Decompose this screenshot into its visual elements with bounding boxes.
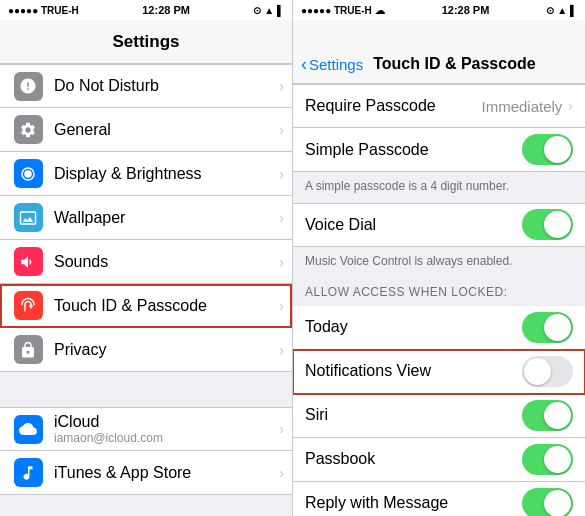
right-settings-list: Require Passcode Immediately › Simple Pa… xyxy=(293,84,585,516)
left-nav-bar: Settings xyxy=(0,20,292,64)
allow-access-label: ALLOW ACCESS WHEN LOCKED: xyxy=(293,278,585,306)
do-not-disturb-chevron: › xyxy=(279,78,284,94)
itunes-icon-box xyxy=(14,458,43,487)
general-label: General xyxy=(54,121,275,139)
left-panel: ●●●●● TRUE-H 12:28 PM ⊙ ▲ ▌ Settings Do … xyxy=(0,0,292,516)
voice-dial-label: Voice Dial xyxy=(305,216,522,234)
today-toggle[interactable] xyxy=(522,312,573,343)
back-button[interactable]: ‹ Settings xyxy=(301,55,363,73)
touch-id-label: Touch ID & Passcode xyxy=(54,297,275,315)
privacy-icon-wrap xyxy=(8,330,48,370)
touch-id-icon-wrap xyxy=(8,286,48,326)
left-time: 12:28 PM xyxy=(142,4,190,16)
row-notifications-view[interactable]: Notifications View xyxy=(293,350,585,394)
right-nav-bar: ‹ Settings Touch ID & Passcode xyxy=(293,20,585,84)
icloud-labels: iCloud iamaon@icloud.com xyxy=(54,413,275,445)
voice-dial-toggle-knob xyxy=(544,211,571,238)
gap-2 xyxy=(0,495,292,516)
icloud-icon-box xyxy=(14,415,43,444)
back-chevron-icon: ‹ xyxy=(301,55,307,73)
voice-dial-hint: Music Voice Control is always enabled. xyxy=(293,247,585,278)
itunes-label: iTunes & App Store xyxy=(54,464,275,482)
today-label: Today xyxy=(305,318,522,336)
passbook-label: Passbook xyxy=(305,450,522,468)
general-chevron: › xyxy=(279,122,284,138)
left-icons: ⊙ ▲ ▌ xyxy=(253,5,284,16)
row-simple-passcode[interactable]: Simple Passcode xyxy=(293,128,585,172)
notifications-view-toggle[interactable] xyxy=(522,356,573,387)
reply-with-message-label: Reply with Message xyxy=(305,494,522,512)
right-panel: ●●●●● TRUE-H ☁ 12:28 PM ⊙ ▲ ▌ ‹ Settings… xyxy=(292,0,585,516)
row-wallpaper[interactable]: Wallpaper › xyxy=(0,196,292,240)
icloud-icon-wrap xyxy=(8,409,48,449)
row-voice-dial[interactable]: Voice Dial xyxy=(293,203,585,247)
left-nav-title: Settings xyxy=(112,32,179,52)
voice-dial-toggle[interactable] xyxy=(522,209,573,240)
row-today[interactable]: Today xyxy=(293,306,585,350)
right-icons: ⊙ ▲ ▌ xyxy=(546,5,577,16)
itunes-chevron: › xyxy=(279,465,284,481)
row-sounds[interactable]: Sounds › xyxy=(0,240,292,284)
passbook-toggle-knob xyxy=(544,446,571,473)
row-touch-id[interactable]: Touch ID & Passcode › xyxy=(0,284,292,328)
group-accounts: iCloud iamaon@icloud.com › iTunes & App … xyxy=(0,407,292,495)
sounds-icon-wrap xyxy=(8,242,48,282)
wallpaper-icon-box xyxy=(14,203,43,232)
notifications-view-label: Notifications View xyxy=(305,362,522,380)
wallpaper-label: Wallpaper xyxy=(54,209,275,227)
gap-1 xyxy=(0,372,292,407)
privacy-icon-box xyxy=(14,335,43,364)
itunes-icon-wrap xyxy=(8,453,48,493)
row-siri[interactable]: Siri xyxy=(293,394,585,438)
row-icloud[interactable]: iCloud iamaon@icloud.com › xyxy=(0,407,292,451)
do-not-disturb-label: Do Not Disturb xyxy=(54,77,275,95)
sounds-icon-box xyxy=(14,247,43,276)
require-passcode-chevron: › xyxy=(568,98,573,114)
general-icon-box xyxy=(14,115,43,144)
row-general[interactable]: General › xyxy=(0,108,292,152)
row-privacy[interactable]: Privacy › xyxy=(0,328,292,372)
sounds-chevron: › xyxy=(279,254,284,270)
display-label: Display & Brightness xyxy=(54,165,275,183)
wallpaper-chevron: › xyxy=(279,210,284,226)
do-not-disturb-icon-box xyxy=(14,72,43,101)
display-chevron: › xyxy=(279,166,284,182)
right-time: 12:28 PM xyxy=(442,4,490,16)
left-status-bar: ●●●●● TRUE-H 12:28 PM ⊙ ▲ ▌ xyxy=(0,0,292,20)
row-do-not-disturb[interactable]: Do Not Disturb › xyxy=(0,64,292,108)
passbook-toggle[interactable] xyxy=(522,444,573,475)
right-nav-title: Touch ID & Passcode xyxy=(373,55,535,73)
touch-id-chevron: › xyxy=(279,298,284,314)
do-not-disturb-icon-wrap xyxy=(8,66,48,106)
icloud-sublabel: iamaon@icloud.com xyxy=(54,431,275,445)
general-icon-wrap xyxy=(8,110,48,150)
simple-passcode-toggle-knob xyxy=(544,136,571,163)
simple-passcode-label: Simple Passcode xyxy=(305,141,522,159)
require-passcode-value: Immediately xyxy=(481,98,562,115)
simple-passcode-hint: A simple passcode is a 4 digit number. xyxy=(293,172,585,203)
require-passcode-label: Require Passcode xyxy=(305,97,481,115)
left-settings-list: Do Not Disturb › General › Displ xyxy=(0,64,292,516)
siri-label: Siri xyxy=(305,406,522,424)
display-icon-wrap xyxy=(8,154,48,194)
sounds-label: Sounds xyxy=(54,253,275,271)
group-system: Do Not Disturb › General › Displ xyxy=(0,64,292,372)
row-reply-with-message[interactable]: Reply with Message xyxy=(293,482,585,516)
left-signal: ●●●●● TRUE-H xyxy=(8,5,79,16)
reply-with-message-toggle[interactable] xyxy=(522,488,573,516)
privacy-chevron: › xyxy=(279,342,284,358)
wallpaper-icon-wrap xyxy=(8,198,48,238)
icloud-label: iCloud xyxy=(54,413,275,431)
row-passbook[interactable]: Passbook xyxy=(293,438,585,482)
privacy-label: Privacy xyxy=(54,341,275,359)
reply-with-message-toggle-knob xyxy=(544,490,571,516)
right-status-bar: ●●●●● TRUE-H ☁ 12:28 PM ⊙ ▲ ▌ xyxy=(293,0,585,20)
row-display[interactable]: Display & Brightness › xyxy=(0,152,292,196)
simple-passcode-toggle[interactable] xyxy=(522,134,573,165)
today-toggle-knob xyxy=(544,314,571,341)
siri-toggle[interactable] xyxy=(522,400,573,431)
touch-id-icon-box xyxy=(14,291,43,320)
row-itunes[interactable]: iTunes & App Store › xyxy=(0,451,292,495)
display-icon-box xyxy=(14,159,43,188)
row-require-passcode[interactable]: Require Passcode Immediately › xyxy=(293,84,585,128)
